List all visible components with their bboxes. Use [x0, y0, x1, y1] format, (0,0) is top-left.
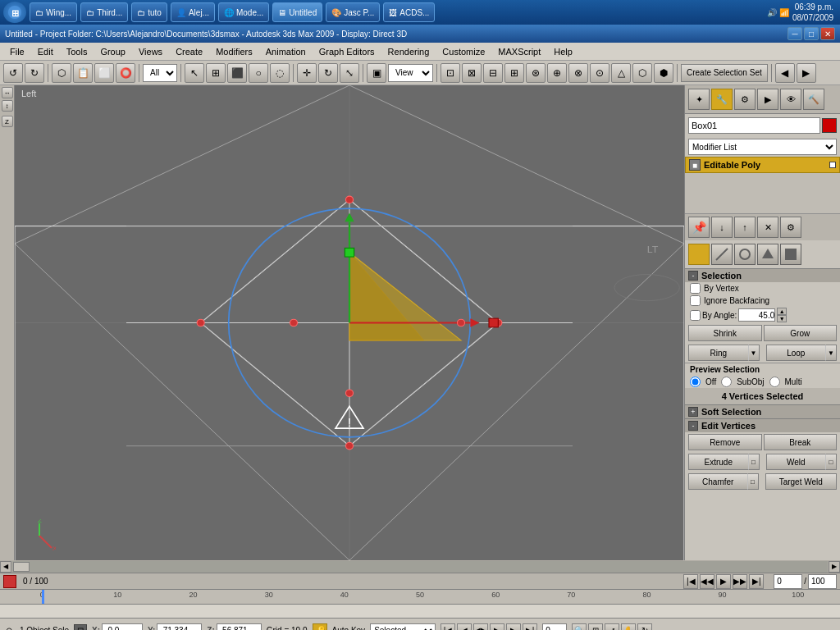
- pb-play-fwd[interactable]: ▶: [490, 623, 504, 631]
- by-angle-input[interactable]: [738, 308, 775, 322]
- extrude-arrow[interactable]: □: [748, 454, 760, 470]
- ring-button[interactable]: Ring: [688, 345, 748, 361]
- select-paint-button[interactable]: ◌: [270, 63, 290, 83]
- scale-button[interactable]: ⤡: [340, 63, 359, 83]
- snap2-btn[interactable]: ⊠: [462, 63, 482, 83]
- selection-collapse-icon[interactable]: -: [688, 271, 698, 281]
- edit-vertices-header[interactable]: - Edit Vertices: [685, 418, 840, 432]
- x-input[interactable]: [102, 623, 143, 631]
- angle-up-arrow[interactable]: ▲: [777, 308, 787, 315]
- menu-edit[interactable]: Edit: [31, 45, 60, 58]
- menu-help[interactable]: Help: [547, 45, 579, 58]
- taskbar-btn-alej[interactable]: 👤Alej...: [171, 2, 215, 22]
- loop-button[interactable]: Loop: [766, 345, 826, 361]
- chamfer-button[interactable]: Chamfer: [688, 473, 747, 490]
- viewport-btn[interactable]: ▣: [367, 63, 386, 83]
- prev-frame-button[interactable]: |◀: [683, 574, 698, 589]
- move-up-icon[interactable]: ↑: [734, 217, 756, 238]
- taskbar-btn-acds[interactable]: 🖼ACDS...: [383, 2, 435, 22]
- create-icon[interactable]: ✦: [688, 89, 710, 110]
- y-input[interactable]: [157, 623, 202, 631]
- menu-animation[interactable]: Animation: [259, 45, 313, 58]
- snap10-btn[interactable]: ⬡: [632, 63, 652, 83]
- select-name-button[interactable]: 📋: [73, 63, 93, 83]
- menu-graph-editors[interactable]: Graph Editors: [313, 45, 381, 58]
- taskbar-btn-tuto[interactable]: 🗀tuto: [131, 2, 167, 22]
- pb-start[interactable]: |◀: [441, 623, 455, 631]
- polygon-button[interactable]: [757, 244, 778, 265]
- break-button[interactable]: Break: [764, 434, 838, 450]
- close-button[interactable]: ✕: [820, 27, 835, 40]
- edge-button[interactable]: [711, 244, 733, 265]
- target-weld-button[interactable]: Target Weld: [765, 473, 838, 490]
- next-key-button[interactable]: ▶▶: [733, 574, 747, 589]
- scroll-right-button[interactable]: ▶: [829, 561, 840, 573]
- prev-key-button[interactable]: ◀◀: [700, 574, 714, 589]
- loop-arrow-button[interactable]: ▼: [825, 345, 837, 361]
- snap9-btn[interactable]: △: [611, 63, 631, 83]
- border-button[interactable]: [734, 244, 756, 265]
- weld-button[interactable]: Weld: [766, 454, 826, 470]
- taskbar-btn-third[interactable]: 🗀Third...: [80, 2, 128, 22]
- menu-tools[interactable]: Tools: [60, 45, 94, 58]
- frame-total-input[interactable]: [808, 574, 837, 589]
- select-lasso-button[interactable]: ○: [249, 63, 268, 83]
- left-tb-btn-2[interactable]: ↕: [2, 100, 13, 112]
- scroll-thumb[interactable]: [13, 562, 30, 572]
- remove-button[interactable]: Remove: [688, 434, 762, 450]
- menu-rendering[interactable]: Rendering: [381, 45, 436, 58]
- taskbar-btn-jasc[interactable]: 🎨Jasc P...: [326, 2, 380, 22]
- soft-selection-header[interactable]: + Soft Selection: [685, 404, 840, 418]
- pin-icon[interactable]: 📌: [688, 217, 710, 238]
- move-down-icon[interactable]: ↓: [711, 217, 733, 238]
- taskbar-btn-untitled[interactable]: 🖥Untitled: [272, 2, 322, 22]
- by-angle-checkbox[interactable]: [690, 310, 701, 321]
- select-region-button[interactable]: ⊞: [206, 63, 226, 83]
- menu-group[interactable]: Group: [94, 45, 132, 58]
- vertex-button[interactable]: [688, 244, 710, 265]
- delete-icon[interactable]: ✕: [757, 217, 778, 238]
- ep-options-button[interactable]: [829, 162, 836, 168]
- modify-icon[interactable]: 🔧: [711, 89, 733, 110]
- left-tb-btn-1[interactable]: ↔: [2, 87, 13, 98]
- taskbar-btn-mode[interactable]: 🌐Mode...: [218, 2, 269, 22]
- maximize-button[interactable]: □: [804, 27, 819, 40]
- object-color-swatch[interactable]: [822, 118, 837, 133]
- select-rect-button[interactable]: ⬜: [94, 63, 114, 83]
- ring-arrow-button[interactable]: ▼: [748, 345, 760, 361]
- timeline-cursor[interactable]: [42, 590, 44, 604]
- menu-maxscript[interactable]: MAXScript: [491, 45, 547, 58]
- chamfer-arrow[interactable]: □: [747, 473, 759, 490]
- start-button[interactable]: ⊞: [3, 2, 26, 23]
- shrink-button[interactable]: Shrink: [688, 325, 762, 341]
- hierarchy-icon[interactable]: ⚙: [734, 89, 756, 110]
- frame-number-input[interactable]: [542, 623, 567, 631]
- object-name-input[interactable]: [688, 117, 820, 134]
- time-key-button[interactable]: [3, 575, 16, 588]
- ep-minus-button[interactable]: ■: [689, 159, 701, 171]
- soft-selection-expand-icon[interactable]: +: [688, 407, 698, 417]
- zoom-btn[interactable]: 🔍: [572, 623, 587, 631]
- menu-modifiers[interactable]: Modifiers: [209, 45, 259, 58]
- align-right-btn[interactable]: ▶: [797, 63, 816, 83]
- configure-icon[interactable]: ⚙: [780, 217, 801, 238]
- pb-prev-key[interactable]: ◀: [457, 623, 472, 631]
- modifier-list-dropdown[interactable]: Modifier List: [688, 139, 837, 155]
- pb-play-rev[interactable]: ◀▶: [473, 623, 488, 631]
- selected-dropdown[interactable]: Selected: [370, 623, 436, 631]
- pb-end[interactable]: ▶|: [523, 623, 537, 631]
- snap11-btn[interactable]: ⬢: [654, 63, 673, 83]
- undo-button[interactable]: ↺: [3, 63, 23, 83]
- extrude-button[interactable]: Extrude: [688, 454, 748, 470]
- select-circle-button[interactable]: ⭕: [116, 63, 135, 83]
- viewport[interactable]: Left: [15, 85, 684, 560]
- pan-btn[interactable]: ✋: [621, 623, 636, 631]
- utilities-icon[interactable]: 🔨: [803, 89, 824, 110]
- selection-section-header[interactable]: - Selection: [685, 268, 840, 282]
- scroll-track[interactable]: [12, 561, 828, 573]
- snap7-btn[interactable]: ⊗: [568, 63, 588, 83]
- orbit-btn[interactable]: ↻: [637, 623, 652, 631]
- next-frame-button[interactable]: ▶|: [749, 574, 764, 589]
- snap5-btn[interactable]: ⊛: [526, 63, 546, 83]
- display-icon[interactable]: 👁: [780, 89, 801, 110]
